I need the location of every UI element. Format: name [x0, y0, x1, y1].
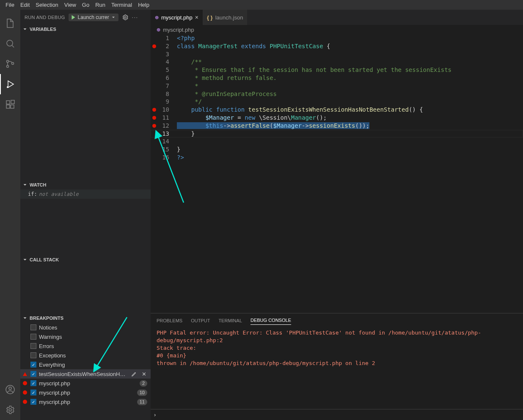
settings-gear-icon[interactable]: [0, 400, 20, 420]
sidebar-header: RUN AND DEBUG Launch currer ···: [20, 10, 151, 25]
more-actions-icon[interactable]: ···: [132, 15, 138, 20]
line-number: 12: [157, 122, 172, 130]
breakpoint-dot-icon[interactable]: [152, 44, 156, 48]
breakpoint-dot-icon: [23, 400, 27, 404]
section-watch-header[interactable]: WATCH: [20, 180, 151, 189]
panel-tab-output[interactable]: OUTPUT: [191, 316, 210, 325]
launch-config-selector[interactable]: Launch currer: [69, 14, 118, 21]
menu-run[interactable]: Run: [92, 1, 108, 9]
editor-tab[interactable]: ⊕myscript.php×: [151, 10, 203, 25]
close-icon[interactable]: ✕: [140, 371, 147, 377]
code-line[interactable]: 6 * method returns false.: [151, 74, 523, 82]
checkbox[interactable]: ✓: [30, 390, 36, 395]
code-line[interactable]: 3: [151, 50, 523, 58]
chevron-down-icon: [111, 15, 116, 20]
editor-tab[interactable]: { }launch.json: [203, 10, 248, 25]
breakpoint-item[interactable]: ✓myscript.php10: [20, 388, 151, 397]
menu-view[interactable]: View: [61, 1, 79, 9]
svg-point-4: [7, 86, 8, 88]
breakpoint-item[interactable]: ✓testSessionExistsWhenSessionH…✕: [20, 369, 151, 379]
panel-tab-debug-console[interactable]: DEBUG CONSOLE: [250, 316, 291, 325]
php-file-icon: ⊕: [157, 27, 160, 33]
code-line[interactable]: 9 */: [151, 98, 523, 106]
accounts-icon[interactable]: [0, 379, 20, 400]
debug-console-output[interactable]: PHP Fatal error: Uncaught Error: Class '…: [151, 327, 523, 409]
breakpoint-dot-icon[interactable]: [152, 116, 156, 120]
code-line[interactable]: 14: [151, 137, 523, 145]
explorer-icon[interactable]: [0, 13, 20, 33]
checkbox[interactable]: ✓: [30, 399, 36, 405]
code-line[interactable]: 5 * Ensures that if the session has not …: [151, 66, 523, 74]
checkbox[interactable]: ✓: [30, 371, 36, 377]
line-number: 9: [157, 98, 172, 106]
breakpoint-category[interactable]: Notices: [20, 323, 151, 332]
svg-point-11: [9, 409, 11, 411]
section-callstack-header[interactable]: CALL STACK: [20, 255, 151, 264]
code-line[interactable]: 4 /**: [151, 58, 523, 66]
breakpoint-category[interactable]: Warnings: [20, 332, 151, 341]
breakpoint-category-label: Notices: [39, 324, 147, 331]
source-control-icon[interactable]: [0, 54, 20, 74]
search-icon[interactable]: [0, 33, 20, 54]
code-line[interactable]: 11 $Manager = new \Session\Manager();: [151, 114, 523, 122]
checkbox[interactable]: ✓: [30, 362, 36, 368]
line-number: 4: [157, 58, 172, 66]
menu-help[interactable]: Help: [135, 1, 152, 9]
activity-bar: [0, 10, 20, 420]
line-badge: 10: [137, 390, 147, 396]
line-number: 10: [157, 106, 172, 114]
svg-rect-5: [6, 101, 10, 104]
breakpoint-dot-icon[interactable]: [152, 108, 156, 112]
checkbox[interactable]: [30, 324, 36, 330]
menu-go[interactable]: Go: [79, 1, 92, 9]
debug-sidebar: RUN AND DEBUG Launch currer ··· VARIABLE…: [20, 10, 151, 420]
chevron-down-icon: [22, 315, 28, 321]
code-line[interactable]: 16?>: [151, 154, 523, 162]
breadcrumb[interactable]: ⊕ myscript.php: [151, 25, 523, 34]
checkbox[interactable]: [30, 334, 36, 340]
section-breakpoints-header[interactable]: BREAKPOINTS: [20, 313, 151, 323]
menu-terminal[interactable]: Terminal: [108, 1, 135, 9]
panel-tab-problems[interactable]: PROBLEMS: [157, 316, 182, 325]
svg-point-2: [7, 66, 9, 68]
breakpoint-category[interactable]: ✓Everything: [20, 360, 151, 369]
breakpoint-category[interactable]: Exceptions: [20, 351, 151, 360]
breakpoint-label: myscript.php: [39, 380, 137, 387]
sidebar-title: RUN AND DEBUG: [25, 15, 65, 20]
debug-console-input[interactable]: ›: [151, 409, 523, 420]
editor-tabs: ⊕myscript.php×{ }launch.json: [151, 10, 523, 25]
line-number: 14: [157, 137, 172, 145]
code-line[interactable]: 12 $this->assertFalse($Manager->sessionE…: [151, 122, 523, 130]
line-number: 1: [157, 34, 172, 42]
code-line[interactable]: 1<?php: [151, 34, 523, 42]
run-debug-icon[interactable]: [0, 74, 20, 94]
breakpoint-label: myscript.php: [39, 390, 135, 396]
breakpoint-item[interactable]: ✓myscript.php11: [20, 397, 151, 406]
code-line[interactable]: 8 * @runInSeparateProcess: [151, 90, 523, 98]
line-number: 3: [157, 50, 172, 58]
checkbox[interactable]: [30, 343, 36, 349]
code-line[interactable]: 10 public function testSessionExistsWhen…: [151, 106, 523, 114]
breakpoint-category[interactable]: Errors: [20, 341, 151, 351]
code-line[interactable]: 13 }: [151, 130, 523, 138]
extensions-icon[interactable]: [0, 94, 20, 115]
checkbox[interactable]: ✓: [30, 380, 36, 386]
section-variables-header[interactable]: VARIABLES: [20, 25, 151, 34]
watch-expression[interactable]: if: not available: [20, 189, 151, 199]
close-icon[interactable]: ×: [195, 14, 198, 21]
edit-icon[interactable]: [131, 371, 138, 377]
code-line[interactable]: 2class ManagerTest extends PHPUnitTestCa…: [151, 42, 523, 50]
breakpoint-dot-icon[interactable]: [152, 124, 156, 128]
panel-tabs: PROBLEMSOUTPUTTERMINALDEBUG CONSOLE: [151, 313, 523, 327]
section-watch-label: WATCH: [30, 182, 47, 187]
menu-selection[interactable]: Selection: [33, 1, 61, 9]
breakpoint-item[interactable]: ✓myscript.php2: [20, 379, 151, 388]
code-editor[interactable]: 1<?php2class ManagerTest extends PHPUnit…: [151, 34, 523, 313]
menu-edit[interactable]: Edit: [17, 1, 33, 9]
checkbox[interactable]: [30, 352, 36, 358]
menu-file[interactable]: File: [3, 1, 17, 9]
configure-gear-icon[interactable]: [122, 14, 129, 21]
code-line[interactable]: 15}: [151, 145, 523, 154]
panel-tab-terminal[interactable]: TERMINAL: [218, 316, 242, 325]
code-line[interactable]: 7 *: [151, 82, 523, 90]
